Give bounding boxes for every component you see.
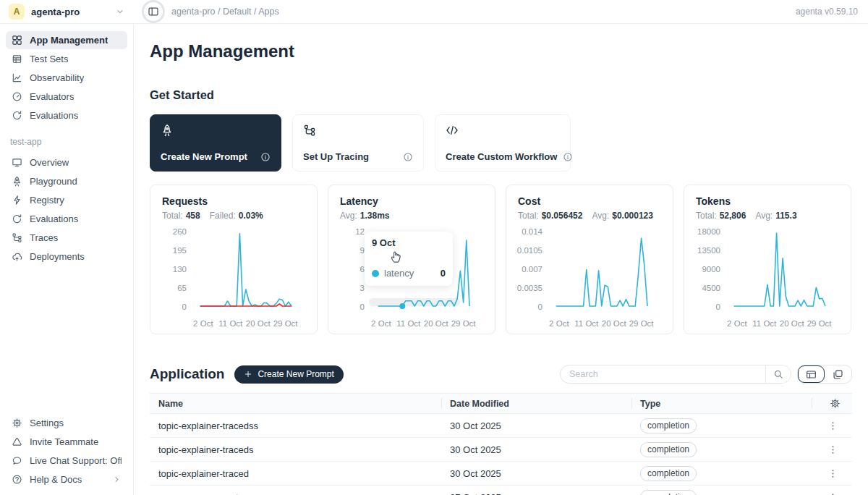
table-row-topic-explainer-tracedss[interactable]: topic-explainer-tracedss30 Oct 2025compl…	[150, 414, 852, 438]
x-tick-label: 2 Oct	[193, 319, 213, 328]
get-started-card-footer: Create New Prompt	[161, 151, 271, 162]
gear-icon	[12, 418, 22, 428]
y-axis: 0.0140.01050.0070.00350	[518, 227, 547, 311]
line-chart-tokens	[725, 232, 839, 307]
sidebar-project-label: test-app	[10, 137, 123, 147]
dots-vertical-icon[interactable]	[827, 420, 838, 431]
x-tick-label: 20 Oct	[602, 319, 626, 328]
get-started-card-set-up-tracing[interactable]: Set Up Tracing	[292, 114, 424, 172]
app-root: { "colors": { "accent": "#1d2d3e", "char…	[0, 0, 868, 495]
sidebar-item-observability[interactable]: Observability	[6, 69, 127, 87]
info-icon[interactable]	[260, 152, 271, 162]
sidebar-item-playground[interactable]: Playground	[6, 172, 127, 190]
metric-stat: Total:458	[162, 211, 200, 221]
sidebar-item-help-docs[interactable]: Help & Docs	[6, 470, 127, 488]
metric-title: Requests	[162, 195, 305, 207]
y-axis: 260195130650	[162, 227, 191, 311]
mouse-cursor-hand-icon	[388, 249, 403, 263]
sidebar-item-live-chat-support-off[interactable]: Live Chat Support: Off	[6, 452, 127, 470]
metric-stat: Total:$0.056452	[518, 211, 582, 221]
metric-card-cost: CostTotal:$0.056452Avg:$0.0001230.0140.0…	[506, 185, 673, 334]
get-started-card-create-new-prompt[interactable]: Create New Prompt	[150, 114, 281, 172]
breadcrumb[interactable]: agenta-pro / Default / Apps	[171, 7, 279, 17]
table-view-button[interactable]	[798, 365, 825, 383]
application-header: Application Create New Prompt	[150, 365, 852, 384]
sidebar-item-test-sets[interactable]: Test Sets	[6, 50, 127, 68]
search-button[interactable]	[765, 365, 791, 383]
sidebar-item-evaluations[interactable]: Evaluations	[6, 106, 127, 124]
traces-icon	[303, 124, 413, 137]
sidebar-item-registry[interactable]: Registry	[6, 191, 127, 209]
column-settings-cell	[812, 394, 852, 413]
table-row-topic-explainer-traced[interactable]: topic-explainer-traced30 Oct 2025complet…	[150, 462, 852, 486]
row-actions-cell	[812, 414, 852, 437]
create-new-prompt-button[interactable]: Create New Prompt	[234, 365, 343, 384]
type-badge: completion	[640, 418, 697, 433]
metrics-charts-row: RequestsTotal:458Failed:0.03%26019513065…	[150, 185, 852, 334]
table-row-career-assessment[interactable]: career-assessment27 Oct 2025completion	[150, 486, 852, 495]
chart-plot-area[interactable]	[547, 232, 661, 307]
sidebar-item-settings[interactable]: Settings	[6, 414, 127, 432]
search-input[interactable]	[561, 365, 765, 383]
sidebar-item-evaluations[interactable]: Evaluations	[6, 210, 127, 228]
applications-table: Name Date Modified Type topic-explainer-…	[150, 393, 852, 495]
x-tick-label: 29 Oct	[629, 319, 654, 328]
gear-icon[interactable]	[830, 398, 841, 409]
column-header-date-modified[interactable]: Date Modified	[441, 394, 631, 413]
info-icon[interactable]	[563, 152, 573, 162]
sidebar-item-label: Overview	[30, 157, 69, 168]
type-cell: completion	[631, 438, 812, 461]
sidebar-toggle-button[interactable]	[142, 0, 165, 23]
app-name-cell: topic-explainer-traceds	[150, 438, 441, 461]
chart-plot-area[interactable]	[191, 232, 305, 307]
triangle-icon	[12, 436, 22, 447]
metric-stat: Avg:1.38ms	[340, 211, 390, 221]
get-started-card-footer: Create Custom Workflow	[446, 151, 560, 162]
metric-stats: Total:458Failed:0.03%	[162, 211, 305, 221]
column-header-name[interactable]: Name	[150, 394, 441, 413]
table-row-topic-explainer-traceds[interactable]: topic-explainer-traceds30 Oct 2025comple…	[150, 438, 852, 462]
chart-plot-area[interactable]	[725, 232, 839, 307]
type-cell: completion	[631, 462, 812, 485]
sidebar-item-label: Help & Docs	[30, 474, 82, 485]
y-tick-label: 260	[173, 227, 187, 236]
sidebar-item-overview[interactable]: Overview	[6, 153, 127, 172]
get-started-card-create-custom-workflow[interactable]: Create Custom Workflow	[435, 114, 571, 172]
y-tick-label: 18000	[697, 227, 720, 236]
y-tick-label: 0.0105	[517, 246, 542, 255]
x-tick-label: 11 Oct	[574, 319, 598, 328]
metric-card-tokens: TokensTotal:52,806Avg:115.31800013500900…	[684, 185, 851, 334]
metric-stats: Total:52,806Avg:115.3	[696, 211, 839, 221]
x-tick-label: 2 Oct	[727, 319, 746, 328]
workspace-name: agenta-pro	[31, 7, 109, 17]
dots-vertical-icon[interactable]	[827, 468, 838, 479]
workspace-selector[interactable]: A agenta-pro	[0, 4, 134, 20]
table-header: Name Date Modified Type	[150, 394, 852, 414]
sidebar-item-invite-teammate[interactable]: Invite Teammate	[6, 433, 127, 451]
sidebar-footer-nav: SettingsInvite TeammateLive Chat Support…	[6, 414, 127, 489]
refresh-icon	[12, 213, 22, 224]
dots-vertical-icon[interactable]	[827, 492, 838, 495]
x-tick-label: 20 Oct	[246, 319, 271, 328]
x-tick-label: 29 Oct	[807, 319, 832, 328]
sidebar-item-traces[interactable]: Traces	[6, 229, 127, 247]
sidebar-item-evaluators[interactable]: Evaluators	[6, 88, 127, 106]
metric-stat: Total:52,806	[696, 211, 746, 221]
card-view-icon	[833, 369, 843, 380]
tooltip-date: 9 Oct	[372, 237, 446, 248]
metric-title: Tokens	[696, 195, 839, 207]
info-icon[interactable]	[403, 152, 413, 162]
metric-stat: Avg:115.3	[755, 211, 796, 221]
dots-vertical-icon[interactable]	[827, 444, 838, 455]
sidebar-item-deployments[interactable]: Deployments	[6, 248, 127, 266]
sidebar-item-app-management[interactable]: App Management	[6, 31, 127, 49]
column-header-type[interactable]: Type	[631, 394, 812, 413]
row-actions-cell	[812, 462, 852, 485]
card-view-button[interactable]	[825, 365, 851, 383]
x-axis: 2 Oct11 Oct20 Oct29 Oct	[191, 316, 305, 329]
app-name-cell: topic-explainer-traced	[150, 462, 441, 485]
sidebar-main-nav: App ManagementTest SetsObservabilityEval…	[6, 31, 127, 125]
sidebar-item-label: Evaluations	[30, 213, 78, 224]
type-badge: completion	[640, 490, 697, 495]
line-chart-cost	[547, 232, 661, 307]
